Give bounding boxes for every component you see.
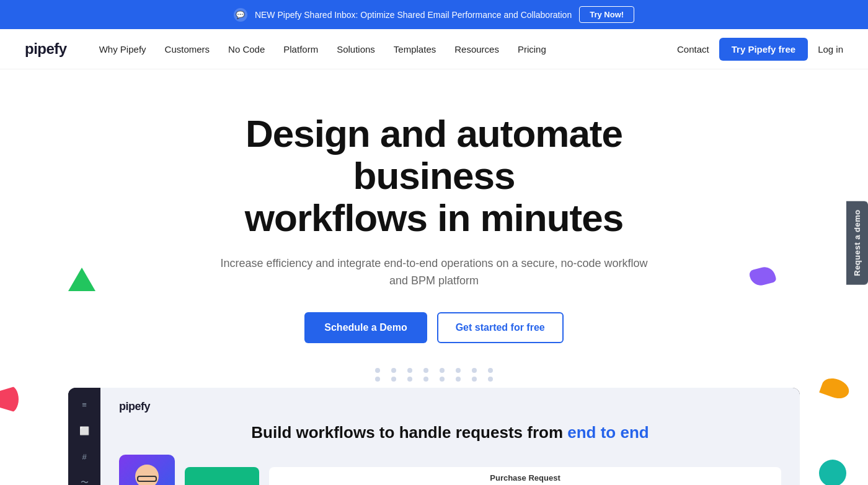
person-glasses	[137, 476, 157, 482]
nav-link-why-pipefy[interactable]: Why Pipefy	[92, 39, 154, 59]
nav-link-pricing[interactable]: Pricing	[510, 39, 554, 59]
dots-row-1	[25, 368, 843, 373]
dot	[391, 368, 396, 373]
app-sidebar: ≡ ⬜ # 〜 ⊙ ⊕	[68, 388, 100, 485]
contact-link[interactable]: Contact	[677, 44, 709, 55]
dot	[456, 368, 461, 373]
app-preview: ≡ ⬜ # 〜 ⊙ ⊕ pipefy Build workflows to ha…	[68, 388, 800, 485]
light-card: Purchase Request	[269, 467, 781, 485]
logo[interactable]: pipefy	[25, 40, 67, 58]
navbar: pipefy Why Pipefy Customers No Code Plat…	[0, 29, 868, 69]
schedule-demo-button[interactable]: Schedule a Demo	[304, 312, 427, 343]
announcement-cta-button[interactable]: Try Now!	[579, 6, 634, 23]
card-label: Purchase Request	[269, 467, 781, 485]
dot	[375, 368, 380, 373]
app-title: Build workflows to handle requests from …	[119, 423, 781, 442]
chat-icon: 💬	[234, 8, 247, 22]
nav-links: Why Pipefy Customers No Code Platform So…	[92, 39, 677, 59]
person-image	[119, 455, 175, 485]
hero-buttons: Schedule a Demo Get started for free	[25, 312, 843, 343]
request-demo-sidebar[interactable]: Request a demo	[846, 201, 868, 284]
pink-shape-decoration	[0, 385, 19, 413]
teal-card	[185, 467, 259, 485]
dot	[440, 368, 445, 373]
dot	[407, 368, 412, 373]
sidebar-home-icon[interactable]: ⬜	[78, 424, 91, 437]
dot	[391, 377, 396, 382]
purple-shape-decoration	[748, 264, 777, 287]
nav-link-templates[interactable]: Templates	[386, 39, 443, 59]
dot	[440, 377, 445, 382]
sidebar-menu-icon[interactable]: ≡	[78, 398, 91, 411]
green-triangle-decoration	[68, 268, 95, 291]
nav-link-resources[interactable]: Resources	[447, 39, 507, 59]
nav-link-solutions[interactable]: Solutions	[329, 39, 383, 59]
app-main-content: pipefy Build workflows to handle request…	[100, 388, 800, 485]
app-logo: pipefy	[119, 400, 150, 413]
hero-heading: Design and automate business workflows i…	[180, 113, 688, 240]
nav-link-platform[interactable]: Platform	[276, 39, 326, 59]
dot	[472, 377, 477, 382]
dot	[488, 377, 493, 382]
try-pipefy-free-button[interactable]: Try Pipefy free	[719, 38, 808, 61]
get-started-free-button[interactable]: Get started for free	[437, 312, 564, 343]
hero-section: Design and automate business workflows i…	[0, 69, 868, 485]
dot	[488, 368, 493, 373]
teal-circle-decoration	[819, 460, 846, 485]
nav-right: Contact Try Pipefy free Log in	[677, 38, 843, 61]
announcement-bar: 💬 NEW Pipefy Shared Inbox: Optimize Shar…	[0, 0, 868, 29]
dots-row-2	[25, 377, 843, 382]
nav-link-no-code[interactable]: No Code	[221, 39, 272, 59]
dot	[407, 377, 412, 382]
app-content-row: Purchase Request	[119, 455, 781, 485]
hero-subtext: Increase efficiency and integrate end-to…	[217, 255, 651, 291]
dot	[423, 377, 428, 382]
dot	[456, 377, 461, 382]
nav-link-customers[interactable]: Customers	[157, 39, 218, 59]
dot	[423, 368, 428, 373]
dot	[375, 377, 380, 382]
login-link[interactable]: Log in	[818, 44, 843, 55]
dot	[472, 368, 477, 373]
sidebar-chart-icon[interactable]: 〜	[78, 476, 91, 485]
app-logo-bar: pipefy	[119, 400, 781, 413]
sidebar-grid-icon[interactable]: #	[78, 450, 91, 463]
announcement-text: NEW Pipefy Shared Inbox: Optimize Shared…	[255, 10, 572, 20]
